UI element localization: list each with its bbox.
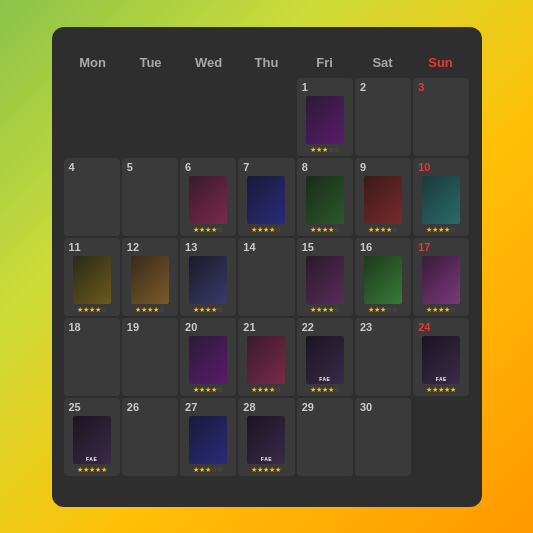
calendar-container: MonTueWedThuFriSatSun 1★★★☆☆23456★★★★☆7★… <box>52 27 482 507</box>
book-rating: ★★★☆☆ <box>368 306 398 314</box>
book-cover[interactable]: FAE <box>422 336 460 384</box>
day-number: 17 <box>415 241 430 253</box>
day-cell[interactable]: 21★★★★☆ <box>238 318 294 396</box>
day-number: 3 <box>415 81 424 93</box>
day-cell[interactable]: 7★★★★☆ <box>238 158 294 236</box>
book-rating: ★★★☆☆ <box>310 146 340 154</box>
day-cell: 3 <box>413 78 469 156</box>
book-cover[interactable] <box>364 176 402 224</box>
star: ☆ <box>334 386 340 394</box>
day-cell[interactable]: 22FAE★★★★☆ <box>297 318 353 396</box>
star: ☆ <box>217 226 223 234</box>
day-number: 27 <box>182 401 197 413</box>
day-number: 15 <box>299 241 314 253</box>
book-rating: ★★★★☆ <box>77 306 107 314</box>
book-cover[interactable] <box>131 256 169 304</box>
book-cover[interactable] <box>189 336 227 384</box>
book-cover[interactable] <box>422 256 460 304</box>
book-rating: ★★★★★ <box>426 386 456 394</box>
day-number: 9 <box>357 161 366 173</box>
star: ☆ <box>217 306 223 314</box>
book-cover[interactable] <box>189 416 227 464</box>
day-cell <box>180 78 236 156</box>
day-cell[interactable]: 27★★★☆☆ <box>180 398 236 476</box>
day-cell[interactable]: 24FAE★★★★★ <box>413 318 469 396</box>
book-rating: ★★★★★ <box>77 466 107 474</box>
day-cell[interactable]: 28FAE★★★★★ <box>238 398 294 476</box>
day-cell[interactable]: 17★★★★☆ <box>413 238 469 316</box>
day-cell <box>64 78 120 156</box>
day-cell[interactable]: 9★★★★☆ <box>355 158 411 236</box>
day-header-tue: Tue <box>122 51 180 74</box>
calendar-grid: 1★★★☆☆23456★★★★☆7★★★★☆8★★★★☆9★★★★☆10★★★★… <box>64 78 470 476</box>
book-rating: ★★★★☆ <box>310 306 340 314</box>
day-number: 13 <box>182 241 197 253</box>
day-cell: 26 <box>122 398 178 476</box>
day-number: 19 <box>124 321 139 333</box>
book-cover[interactable] <box>73 256 111 304</box>
book-label: FAE <box>73 456 111 462</box>
day-number: 10 <box>415 161 430 173</box>
day-cell[interactable]: 1★★★☆☆ <box>297 78 353 156</box>
book-cover[interactable] <box>306 176 344 224</box>
day-cell[interactable]: 10★★★★☆ <box>413 158 469 236</box>
star: ☆ <box>101 306 107 314</box>
book-cover[interactable] <box>306 96 344 144</box>
day-cell: 23 <box>355 318 411 396</box>
day-headers: MonTueWedThuFriSatSun <box>64 51 470 74</box>
book-cover[interactable] <box>189 256 227 304</box>
day-number: 11 <box>66 241 81 253</box>
book-cover[interactable]: FAE <box>306 336 344 384</box>
book-cover[interactable]: FAE <box>247 416 285 464</box>
book-cover[interactable] <box>364 256 402 304</box>
book-rating: ★★★★☆ <box>426 306 456 314</box>
book-rating: ★★★★☆ <box>426 226 456 234</box>
day-cell[interactable]: 12★★★★☆ <box>122 238 178 316</box>
book-rating: ★★★★★ <box>251 466 281 474</box>
day-cell[interactable]: 8★★★★☆ <box>297 158 353 236</box>
day-number: 26 <box>124 401 139 413</box>
day-number: 18 <box>66 321 81 333</box>
book-rating: ★★★★☆ <box>135 306 165 314</box>
day-number: 6 <box>182 161 191 173</box>
star: ★ <box>101 466 107 474</box>
book-cover[interactable] <box>306 256 344 304</box>
day-number: 2 <box>357 81 366 93</box>
day-cell[interactable]: 11★★★★☆ <box>64 238 120 316</box>
star: ☆ <box>217 386 223 394</box>
book-rating: ★★★★☆ <box>310 226 340 234</box>
day-cell[interactable]: 20★★★★☆ <box>180 318 236 396</box>
day-cell[interactable]: 6★★★★☆ <box>180 158 236 236</box>
book-rating: ★★★★☆ <box>251 226 281 234</box>
day-header-sun: Sun <box>412 51 470 74</box>
day-cell: 14 <box>238 238 294 316</box>
book-cover[interactable] <box>422 176 460 224</box>
book-rating: ★★★☆☆ <box>193 466 223 474</box>
book-label: FAE <box>247 456 285 462</box>
day-cell[interactable]: 16★★★☆☆ <box>355 238 411 316</box>
day-number: 1 <box>299 81 308 93</box>
day-number: 8 <box>299 161 308 173</box>
day-number: 20 <box>182 321 197 333</box>
day-cell[interactable]: 15★★★★☆ <box>297 238 353 316</box>
day-cell[interactable]: 25FAE★★★★★ <box>64 398 120 476</box>
day-cell <box>413 398 469 476</box>
day-cell[interactable]: 13★★★★☆ <box>180 238 236 316</box>
star: ★ <box>450 386 456 394</box>
book-cover[interactable] <box>247 176 285 224</box>
book-cover[interactable] <box>189 176 227 224</box>
book-cover[interactable]: FAE <box>73 416 111 464</box>
star: ☆ <box>450 306 456 314</box>
day-number: 5 <box>124 161 133 173</box>
day-cell: 4 <box>64 158 120 236</box>
day-number: 4 <box>66 161 75 173</box>
star: ☆ <box>334 306 340 314</box>
book-cover[interactable] <box>247 336 285 384</box>
day-cell: 2 <box>355 78 411 156</box>
day-number: 14 <box>240 241 255 253</box>
day-number: 24 <box>415 321 430 333</box>
day-number: 16 <box>357 241 372 253</box>
star: ☆ <box>450 226 456 234</box>
day-number: 30 <box>357 401 372 413</box>
day-number: 7 <box>240 161 249 173</box>
